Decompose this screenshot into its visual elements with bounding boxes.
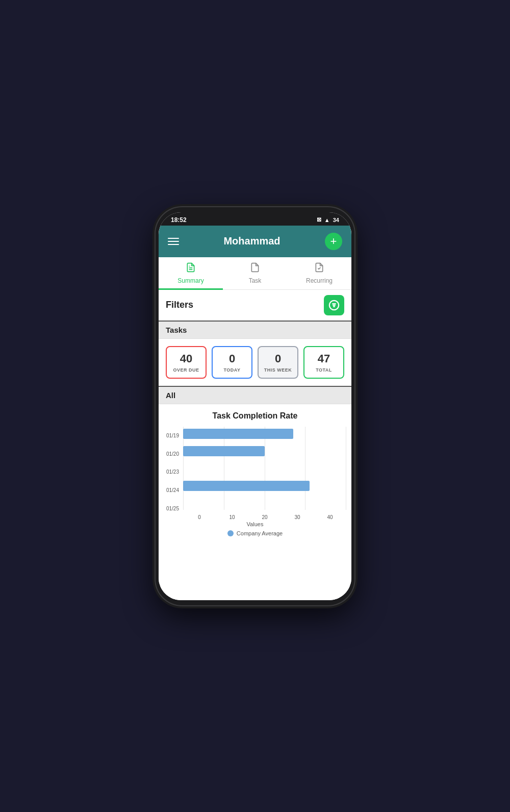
recurring-icon [314, 262, 324, 275]
tab-task[interactable]: Task [223, 257, 287, 290]
tasks-section-header: Tasks [159, 322, 351, 339]
bar-row-3 [183, 479, 346, 493]
tab-summary-label: Summary [177, 277, 203, 284]
overdue-card[interactable]: 40 OVER DUE [166, 346, 207, 379]
notch [222, 212, 288, 226]
tab-summary[interactable]: Summary [159, 257, 223, 290]
filter-button[interactable] [324, 295, 344, 315]
legend-dot [227, 530, 234, 536]
y-label-2: 01/23 [164, 464, 181, 480]
all-section-header: All [159, 386, 351, 404]
y-label-3: 01/24 [164, 482, 181, 499]
phone-frame: 18:52 ⊠ ▲ 34 Mohammad + [156, 207, 354, 605]
sim-icon: ⊠ [317, 216, 321, 223]
legend-label: Company Average [237, 530, 283, 536]
task-icon [250, 262, 260, 275]
x-axis-labels: 0 10 20 30 40 [183, 514, 346, 520]
y-axis: 01/19 01/20 01/23 01/24 01/25 [164, 427, 181, 520]
y-label-1: 01/20 [164, 446, 181, 462]
x-label-4: 40 [314, 514, 346, 520]
add-button[interactable]: + [325, 233, 342, 250]
menu-button[interactable] [168, 238, 179, 245]
bar-row-2 [183, 461, 346, 476]
today-card[interactable]: 0 TODAY [212, 346, 252, 379]
app-header: Mohammad + [159, 226, 351, 257]
wifi-icon: ▲ [324, 217, 330, 223]
chart-legend: Company Average [164, 530, 346, 536]
overdue-label: OVER DUE [173, 367, 199, 373]
tasks-section: Tasks 40 OVER DUE 0 TODAY 0 THIS WEEK [159, 322, 351, 386]
status-time: 18:52 [171, 216, 187, 224]
header-title: Mohammad [223, 235, 280, 247]
today-label: TODAY [223, 367, 240, 373]
bar-row-0 [183, 427, 346, 441]
task-cards-row: 40 OVER DUE 0 TODAY 0 THIS WEEK 47 TOTAL [159, 339, 351, 386]
x-label-3: 30 [281, 514, 314, 520]
tab-task-label: Task [249, 277, 262, 284]
tab-recurring-label: Recurring [306, 277, 333, 284]
filters-label: Filters [166, 300, 324, 310]
today-number: 0 [229, 352, 235, 365]
total-number: 47 [318, 352, 330, 365]
chart-area: Task Completion Rate 01/19 01/20 01/23 0… [159, 404, 351, 600]
thisweek-card[interactable]: 0 THIS WEEK [258, 346, 298, 379]
bar-1 [183, 446, 265, 456]
tabs-bar: Summary Task [159, 257, 351, 290]
filters-row: Filters [159, 290, 351, 322]
overdue-number: 40 [180, 352, 192, 365]
x-label-0: 0 [183, 514, 216, 520]
bar-0 [183, 429, 293, 439]
y-label-0: 01/19 [164, 427, 181, 444]
bars-area: 0 10 20 30 40 [183, 427, 346, 520]
total-card[interactable]: 47 TOTAL [303, 346, 344, 379]
battery-icon: 34 [333, 217, 339, 223]
thisweek-label: THIS WEEK [264, 367, 292, 373]
bar-3 [183, 481, 310, 491]
app-content: Mohammad + Summary [159, 226, 351, 600]
x-label-2: 20 [248, 514, 281, 520]
phone-screen: 18:52 ⊠ ▲ 34 Mohammad + [159, 212, 351, 600]
total-label: TOTAL [316, 367, 332, 373]
thisweek-number: 0 [275, 352, 281, 365]
x-label-1: 10 [216, 514, 248, 520]
tab-recurring[interactable]: Recurring [287, 257, 351, 290]
chart-title: Task Completion Rate [164, 411, 346, 421]
chart-container: 01/19 01/20 01/23 01/24 01/25 [164, 427, 346, 536]
x-axis-title: Values [164, 521, 346, 527]
summary-icon [186, 262, 196, 275]
status-icons: ⊠ ▲ 34 [317, 216, 339, 223]
y-label-4: 01/25 [164, 501, 181, 517]
bar-row-1 [183, 444, 346, 458]
bar-row-4 [183, 496, 346, 510]
